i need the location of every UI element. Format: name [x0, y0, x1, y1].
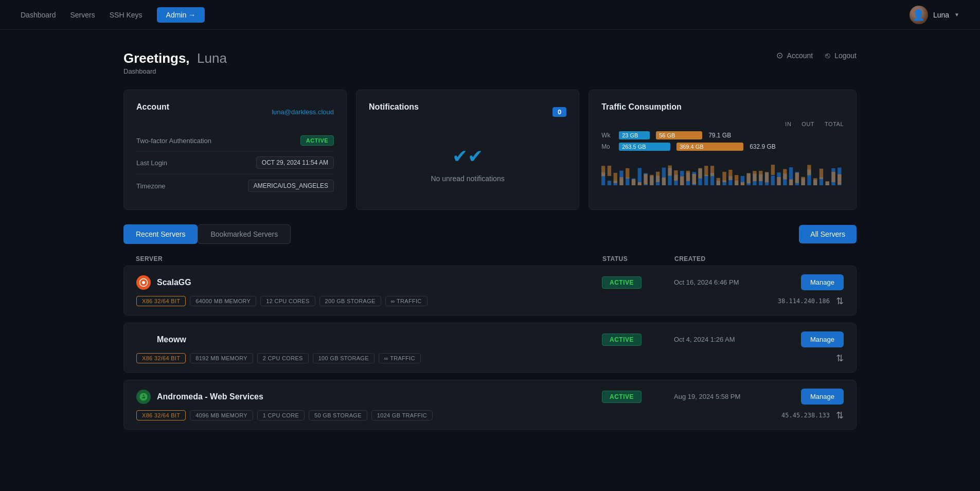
- server-info: ScalaGG: [136, 275, 602, 290]
- svg-rect-37: [710, 166, 714, 176]
- greeting-name: Luna: [197, 50, 227, 66]
- th-status: STATUS: [602, 255, 674, 262]
- svg-rect-8: [626, 178, 629, 185]
- traffic-week-in-bar: 23 GB: [619, 131, 650, 139]
- account-lastlogin-value: OCT 29, 2024 11:54 AM: [256, 156, 334, 169]
- svg-rect-53: [759, 171, 762, 181]
- tab-bookmarked-servers[interactable]: Bookmarked Servers: [198, 224, 291, 244]
- svg-rect-61: [783, 169, 787, 180]
- notifications-empty-text: No unread notifications: [431, 174, 504, 183]
- svg-rect-35: [704, 166, 708, 176]
- svg-rect-25: [674, 170, 678, 181]
- user-menu[interactable]: 👤 Luna ▼: [910, 6, 959, 24]
- account-label: Account: [787, 51, 813, 60]
- svg-rect-27: [680, 177, 684, 185]
- svg-rect-9: [626, 168, 629, 179]
- tag-storage: 200 GB STORAGE: [319, 296, 381, 306]
- svg-rect-19: [656, 172, 660, 182]
- tag-cpu: 1 CPU CORE: [257, 410, 305, 420]
- server-os-icon: [136, 332, 151, 347]
- traffic-month-in-bar: 263.5 GB: [619, 143, 670, 151]
- tag-arch: X86 32/64 BIT: [136, 296, 186, 306]
- manage-button[interactable]: Manage: [801, 331, 844, 347]
- greeting-block: Greetings, Luna Dashboard: [123, 50, 227, 75]
- svg-rect-75: [826, 181, 829, 185]
- traffic-month-label: Mo: [601, 143, 613, 150]
- status-badge: ACTIVE: [602, 334, 642, 346]
- traffic-month-total: 632.9 GB: [750, 143, 776, 150]
- server-tags-row: X86 32/64 BIT 8192 MB MEMORY 2 CPU CORES…: [136, 353, 844, 364]
- server-created: Oct 16, 2024 6:46 PM: [674, 278, 777, 286]
- svg-rect-29: [686, 171, 690, 181]
- manage-button[interactable]: Manage: [801, 389, 844, 405]
- chevron-down-icon: ▼: [954, 12, 959, 17]
- servers-header: Recent Servers Bookmarked Servers All Se…: [123, 224, 857, 244]
- traffic-week-row: Wk 23 GB 56 GB 79.1 GB: [601, 131, 844, 139]
- server-status-area: ACTIVE: [602, 391, 674, 403]
- manage-button[interactable]: Manage: [801, 274, 844, 290]
- notifications-card: Notifications 0 ✔✔ No unread notificatio…: [356, 90, 579, 210]
- server-name: Meoww: [157, 335, 186, 344]
- server-tags: X86 32/64 BIT 8192 MB MEMORY 2 CPU CORES…: [136, 353, 421, 363]
- server-ip: 45.45.238.133: [781, 412, 830, 419]
- svg-rect-47: [741, 182, 744, 185]
- bookmark-icon[interactable]: ⇅: [836, 295, 844, 307]
- traffic-week-total: 79.1 GB: [708, 132, 731, 139]
- username-label: Luna: [933, 11, 949, 19]
- account-lastlogin-row: Last Login OCT 29, 2024 11:54 AM: [136, 151, 334, 174]
- logout-label: Logout: [834, 51, 857, 60]
- server-status-area: ACTIVE: [602, 334, 674, 346]
- svg-rect-7: [619, 177, 623, 185]
- svg-rect-2: [608, 181, 611, 185]
- legend-in-label: IN: [785, 121, 791, 127]
- svg-rect-21: [662, 178, 666, 185]
- nav-dashboard[interactable]: Dashboard: [21, 11, 56, 19]
- legend-total-label: TOTAL: [825, 121, 844, 127]
- account-timezone-value: AMERICA/LOS_ANGELES: [248, 180, 334, 192]
- svg-rect-51: [753, 171, 756, 181]
- server-name: Andromeda - Web Services: [157, 392, 263, 401]
- server-os-icon: [136, 275, 151, 290]
- account-2fa-value: ACTIVE: [300, 135, 334, 146]
- svg-rect-39: [717, 178, 720, 185]
- svg-rect-63: [789, 180, 793, 185]
- svg-rect-57: [771, 165, 775, 175]
- page-title: Greetings, Luna: [123, 50, 227, 66]
- server-row-top: ScalaGG ACTIVE Oct 16, 2024 6:46 PM Mana…: [136, 274, 844, 290]
- topnav: Dashboard Servers SSH Keys Admin → 👤 Lun…: [0, 0, 980, 30]
- traffic-card-title: Traffic Consumption: [601, 102, 844, 112]
- avatar-image: 👤: [910, 6, 928, 24]
- bookmark-icon[interactable]: ⇅: [836, 410, 844, 421]
- traffic-week-out-bar: 56 GB: [656, 131, 702, 139]
- greeting-row: Greetings, Luna Dashboard ⊙ Account ⎋ Lo…: [123, 50, 857, 75]
- svg-rect-69: [807, 165, 811, 175]
- tag-traffic: 1024 GB TRAFFIC: [371, 410, 433, 420]
- tag-memory: 4096 MB MEMORY: [190, 410, 253, 420]
- tag-traffic: ∞ TRAFFIC: [385, 296, 427, 306]
- svg-rect-31: [692, 174, 696, 184]
- logout-link[interactable]: ⎋ Logout: [825, 51, 857, 60]
- table-row: Andromeda - Web Services ACTIVE Aug 19, …: [123, 380, 857, 430]
- nav-servers[interactable]: Servers: [70, 11, 95, 19]
- bookmark-icon[interactable]: ⇅: [836, 353, 844, 364]
- table-row: Meoww ACTIVE Oct 4, 2024 1:26 AM Manage …: [123, 323, 857, 373]
- account-timezone-label: Timezone: [136, 182, 166, 190]
- svg-rect-43: [728, 170, 732, 180]
- svg-rect-45: [735, 175, 738, 185]
- tab-recent-servers[interactable]: Recent Servers: [123, 224, 198, 244]
- svg-rect-56: [771, 176, 775, 185]
- nav-left: Dashboard Servers SSH Keys Admin →: [21, 7, 205, 23]
- svg-rect-55: [765, 172, 769, 182]
- svg-rect-34: [704, 175, 708, 185]
- all-servers-button[interactable]: All Servers: [799, 225, 857, 243]
- nav-ssh-keys[interactable]: SSH Keys: [110, 11, 142, 19]
- header-actions: ⊙ Account ⎋ Logout: [776, 50, 857, 60]
- svg-rect-17: [650, 175, 653, 185]
- server-info: Meoww: [136, 332, 602, 347]
- account-link[interactable]: ⊙ Account: [776, 50, 813, 60]
- th-created: CREATED: [674, 255, 777, 262]
- server-status-area: ACTIVE: [602, 276, 674, 289]
- server-tags-row: X86 32/64 BIT 4096 MB MEMORY 1 CPU CORE …: [136, 410, 844, 421]
- admin-button[interactable]: Admin →: [157, 7, 205, 23]
- avatar: 👤: [910, 6, 928, 24]
